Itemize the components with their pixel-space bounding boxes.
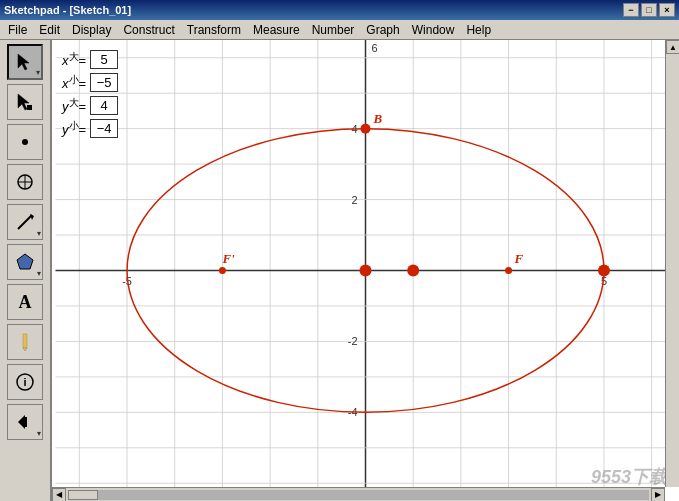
scroll-up-button[interactable]: ▲	[666, 40, 679, 54]
menu-item-construct[interactable]: Construct	[117, 21, 180, 39]
info-boxes: x大= 5x小= −5y大= 4y小= −4	[62, 50, 118, 142]
menubar: FileEditDisplayConstructTransformMeasure…	[0, 20, 679, 40]
watermark: 9553下载	[591, 465, 667, 489]
menu-item-display[interactable]: Display	[66, 21, 117, 39]
scroll-left-button[interactable]: ◀	[52, 488, 66, 502]
svg-marker-0	[18, 54, 29, 70]
info-label-1: x小=	[62, 73, 86, 91]
horizontal-scrollbar[interactable]: ◀ ▶	[52, 487, 665, 501]
svg-point-55	[360, 265, 372, 277]
menu-item-help[interactable]: Help	[460, 21, 497, 39]
info-box-1: x小= −5	[62, 73, 118, 92]
info-value-3[interactable]: −4	[90, 119, 118, 138]
menu-item-edit[interactable]: Edit	[33, 21, 66, 39]
titlebar-title: Sketchpad - [Sketch_01]	[4, 4, 131, 16]
graph-canvas: -55-4-2246BF'F	[52, 40, 679, 501]
info-label-3: y小=	[62, 119, 86, 137]
svg-point-51	[361, 124, 371, 134]
main-content: ▾▾▾Ai▾ x大= 5x小= −5y大= 4y小= −4 -55-4-2246…	[0, 40, 679, 501]
svg-point-57	[505, 267, 512, 274]
svg-text:i: i	[23, 376, 26, 388]
info-value-1[interactable]: −5	[90, 73, 118, 92]
menu-item-measure[interactable]: Measure	[247, 21, 306, 39]
info-label-0: x大=	[62, 50, 86, 68]
svg-text:6: 6	[372, 42, 378, 54]
text-tool[interactable]: A	[7, 284, 43, 320]
info-tool[interactable]: i	[7, 364, 43, 400]
svg-line-7	[18, 215, 32, 229]
svg-marker-11	[23, 348, 27, 351]
svg-text:-2: -2	[348, 335, 358, 347]
info-value-2[interactable]: 4	[90, 96, 118, 115]
maximize-button[interactable]: □	[641, 3, 657, 17]
select-tool-2[interactable]	[7, 84, 43, 120]
scroll-track	[68, 490, 649, 500]
toolbar: ▾▾▾Ai▾	[0, 40, 52, 501]
point-tool[interactable]	[7, 124, 43, 160]
svg-text:F: F	[514, 251, 524, 266]
info-box-2: y大= 4	[62, 96, 118, 115]
minimize-button[interactable]: −	[623, 3, 639, 17]
info-box-3: y小= −4	[62, 119, 118, 138]
polygon-tool[interactable]: ▾	[7, 244, 43, 280]
compass-tool[interactable]	[7, 164, 43, 200]
scroll-thumb[interactable]	[68, 490, 98, 500]
svg-marker-9	[17, 254, 33, 269]
svg-rect-10	[23, 334, 27, 348]
info-label-2: y大=	[62, 96, 86, 114]
svg-point-56	[407, 265, 419, 277]
menu-item-file[interactable]: File	[2, 21, 33, 39]
svg-point-53	[219, 267, 226, 274]
graph-area: x大= 5x小= −5y大= 4y小= −4 -55-4-2246BF'F 95…	[52, 40, 679, 501]
svg-rect-2	[27, 105, 32, 110]
menu-item-number[interactable]: Number	[306, 21, 361, 39]
svg-point-59	[598, 265, 610, 277]
menu-item-graph[interactable]: Graph	[360, 21, 405, 39]
scroll-right-button[interactable]: ▶	[651, 488, 665, 502]
svg-marker-14	[18, 415, 25, 429]
svg-point-3	[22, 139, 28, 145]
select-tool[interactable]: ▾	[7, 44, 43, 80]
titlebar-controls: − □ ×	[623, 3, 675, 17]
svg-text:B: B	[373, 111, 383, 126]
line-tool[interactable]: ▾	[7, 204, 43, 240]
info-value-0[interactable]: 5	[90, 50, 118, 69]
custom-tool[interactable]: ▾	[7, 404, 43, 440]
menu-item-window[interactable]: Window	[406, 21, 461, 39]
svg-text:F': F'	[221, 251, 235, 266]
svg-rect-15	[25, 417, 27, 427]
info-box-0: x大= 5	[62, 50, 118, 69]
close-button[interactable]: ×	[659, 3, 675, 17]
titlebar: Sketchpad - [Sketch_01] − □ ×	[0, 0, 679, 20]
vertical-scrollbar[interactable]: ▲	[665, 40, 679, 487]
menu-item-transform[interactable]: Transform	[181, 21, 247, 39]
svg-text:2: 2	[351, 194, 357, 206]
marker-tool[interactable]	[7, 324, 43, 360]
